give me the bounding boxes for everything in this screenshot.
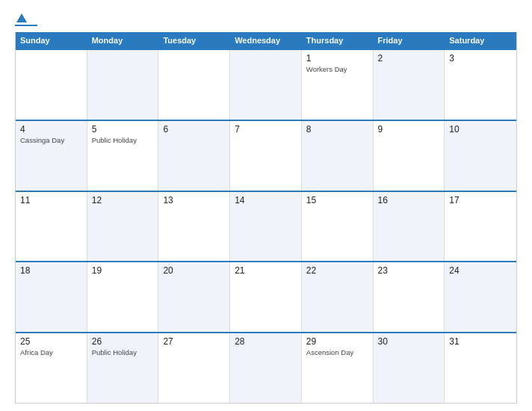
calendar-cell (87, 50, 159, 120)
calendar-cell: 25Africa Day (16, 333, 87, 403)
logo-triangle-icon (16, 13, 27, 22)
calendar-cell: 8 (302, 121, 374, 191)
day-number: 6 (163, 124, 225, 135)
day-number: 2 (378, 53, 440, 64)
page: SundayMondayTuesdayWednesdayThursdayFrid… (0, 0, 532, 411)
day-number: 10 (449, 124, 512, 135)
calendar-cell: 10 (445, 121, 516, 191)
day-number: 17 (449, 195, 512, 206)
day-event: Africa Day (20, 348, 82, 357)
calendar-cell: 30 (374, 333, 445, 403)
calendar-weekday-header: SundayMondayTuesdayWednesdayThursdayFrid… (16, 32, 516, 49)
weekday-header-monday: Monday (87, 32, 159, 49)
weekday-header-tuesday: Tuesday (158, 32, 230, 49)
calendar-week-row: 18192021222324 (16, 261, 516, 332)
weekday-header-friday: Friday (374, 32, 445, 49)
calendar-cell: 19 (87, 262, 159, 332)
calendar-cell: 1Workers Day (302, 50, 374, 120)
calendar-cell: 13 (158, 192, 230, 262)
calendar-cell: 26Public Holiday (87, 333, 159, 403)
calendar-cell (158, 50, 230, 120)
calendar-cell: 2 (374, 50, 445, 120)
calendar-cell: 27 (158, 333, 230, 403)
day-number: 26 (92, 336, 154, 347)
calendar-week-row: 11121314151617 (16, 191, 516, 262)
weekday-header-saturday: Saturday (445, 32, 516, 49)
day-event: Public Holiday (92, 136, 154, 145)
calendar-week-row: 25Africa Day26Public Holiday272829Ascens… (16, 332, 516, 403)
day-number: 3 (449, 53, 512, 64)
logo-line (15, 25, 37, 26)
weekday-header-sunday: Sunday (16, 32, 87, 49)
calendar-cell: 18 (16, 262, 87, 332)
weekday-header-wednesday: Wednesday (230, 32, 302, 49)
day-number: 22 (306, 265, 368, 276)
calendar-cell: 23 (374, 262, 445, 332)
day-number: 1 (306, 53, 368, 64)
calendar-cell: 11 (16, 192, 87, 262)
calendar-cell: 12 (87, 192, 159, 262)
calendar: SundayMondayTuesdayWednesdayThursdayFrid… (15, 32, 517, 404)
day-number: 18 (20, 265, 82, 276)
day-event: Workers Day (306, 65, 368, 74)
calendar-cell: 6 (158, 121, 230, 191)
day-number: 12 (92, 195, 154, 206)
day-number: 20 (163, 265, 225, 276)
day-number: 24 (449, 265, 512, 276)
day-number: 11 (20, 195, 82, 206)
day-number: 9 (378, 124, 440, 135)
calendar-cell: 15 (302, 192, 374, 262)
day-number: 23 (378, 265, 440, 276)
calendar-cell: 7 (230, 121, 302, 191)
calendar-cell: 4Cassinga Day (16, 121, 87, 191)
day-number: 25 (20, 336, 82, 347)
day-number: 31 (449, 336, 512, 347)
day-number: 5 (92, 124, 154, 135)
calendar-cell: 21 (230, 262, 302, 332)
day-event: Cassinga Day (20, 136, 82, 145)
day-number: 30 (378, 336, 440, 347)
calendar-cell: 24 (445, 262, 516, 332)
calendar-cell: 22 (302, 262, 374, 332)
calendar-cell: 16 (374, 192, 445, 262)
day-number: 7 (235, 124, 297, 135)
calendar-cell: 5Public Holiday (87, 121, 159, 191)
day-number: 21 (235, 265, 297, 276)
logo (15, 13, 39, 26)
day-event: Ascension Day (306, 348, 368, 357)
calendar-cell: 28 (230, 333, 302, 403)
day-number: 14 (235, 195, 297, 206)
calendar-cell: 29Ascension Day (302, 333, 374, 403)
calendar-cell: 17 (445, 192, 516, 262)
calendar-cell: 3 (445, 50, 516, 120)
calendar-cell: 31 (445, 333, 516, 403)
day-number: 4 (20, 124, 82, 135)
calendar-cell (16, 50, 87, 120)
calendar-cell: 20 (158, 262, 230, 332)
day-number: 15 (306, 195, 368, 206)
calendar-body: 1Workers Day234Cassinga Day5Public Holid… (16, 49, 516, 403)
day-number: 13 (163, 195, 225, 206)
day-number: 27 (163, 336, 225, 347)
day-number: 8 (306, 124, 368, 135)
calendar-header (15, 13, 517, 26)
calendar-week-row: 1Workers Day23 (16, 49, 516, 120)
day-number: 28 (235, 336, 297, 347)
day-event: Public Holiday (92, 348, 154, 357)
calendar-week-row: 4Cassinga Day5Public Holiday678910 (16, 120, 516, 191)
calendar-cell (230, 50, 302, 120)
calendar-cell: 14 (230, 192, 302, 262)
calendar-cell: 9 (374, 121, 445, 191)
weekday-header-thursday: Thursday (302, 32, 374, 49)
day-number: 29 (306, 336, 368, 347)
day-number: 16 (378, 195, 440, 206)
day-number: 19 (92, 265, 154, 276)
